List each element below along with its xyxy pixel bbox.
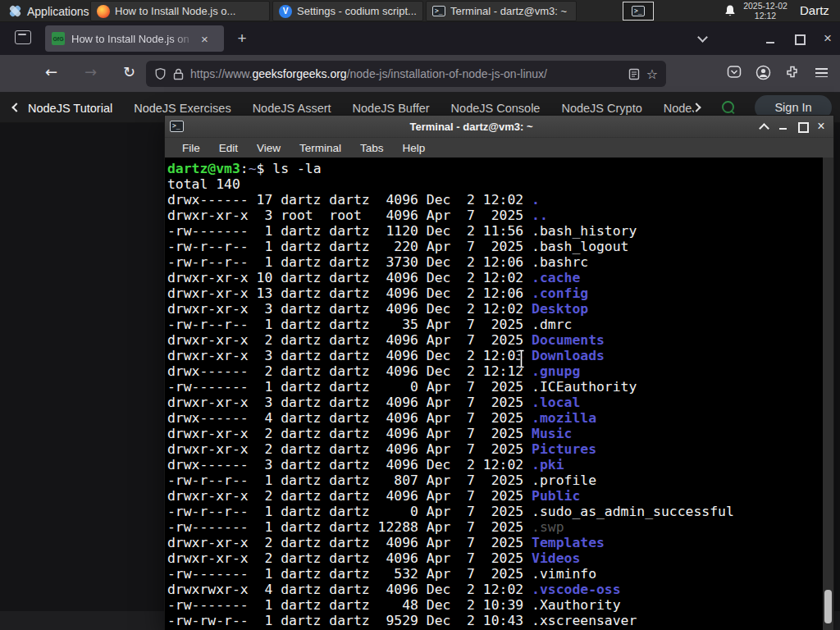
clock-date: 2025-12-02 — [742, 2, 788, 11]
top-panel: Applications How to Install Node.js o...… — [0, 0, 840, 22]
extensions-puzzle-icon[interactable] — [785, 65, 800, 83]
vscodium-icon: V — [279, 5, 292, 18]
terminal-listing: drwx------ 17 dartz dartz 4096 Dec 2 12:… — [167, 192, 833, 628]
url-bar[interactable]: https://www.geeksforgeeks.org/node-js/in… — [146, 61, 666, 87]
terminal-output-line: drwxr-xr-x 13 dartz dartz 4096 Dec 2 12:… — [167, 285, 833, 301]
terminal-output-line: -rw-r--r-- 1 dartz dartz 220 Apr 7 2025 … — [167, 239, 833, 254]
terminal-output-line: drwx------ 2 dartz dartz 4096 Dec 2 12:1… — [167, 363, 833, 379]
menu-edit[interactable]: Edit — [219, 142, 238, 154]
new-tab-button[interactable]: + — [232, 29, 252, 48]
terminal-title: Terminal - dartz@vm3: ~ — [184, 121, 759, 133]
reader-view-icon[interactable] — [628, 68, 640, 80]
terminal-minimize-button[interactable] — [778, 121, 789, 132]
bookmark-star-icon[interactable]: ☆ — [646, 66, 658, 82]
taskbar-label: How to Install Node.js o... — [115, 5, 235, 17]
terminal-output-line: -rw------- 1 dartz dartz 532 Apr 7 2025 … — [167, 566, 833, 582]
window-minimize-button[interactable] — [763, 32, 778, 45]
terminal-scrollbar-thumb[interactable] — [824, 590, 832, 623]
taskbar-label: Terminal - dartz@vm3: ~ — [450, 5, 567, 17]
terminal-output-line: drwxr-xr-x 3 dartz dartz 4096 Dec 2 12:0… — [167, 301, 833, 317]
clock-time: 12:12 — [742, 11, 788, 21]
tab-title: How to Install Node.js on — [71, 33, 194, 45]
terminal-output-line: drwxr-xr-x 3 dartz dartz 4096 Dec 2 12:0… — [167, 348, 833, 363]
nav-link-nodejs-exercises[interactable]: NodeJS Exercises — [134, 102, 231, 115]
terminal-maximize-button[interactable] — [797, 121, 808, 132]
lock-icon — [173, 68, 184, 80]
geeksforgeeks-favicon-icon: GfG — [52, 32, 65, 45]
terminal-titlebar[interactable]: >_ Terminal - dartz@vm3: ~ × — [165, 116, 833, 137]
xubuntu-logo-icon — [8, 6, 22, 16]
window-close-button[interactable]: × — [820, 32, 835, 45]
terminal-output-line: drwxrwxr-x 4 dartz dartz 4096 Dec 2 12:0… — [167, 582, 833, 597]
nav-link-nodejs-tutorial[interactable]: NodeJS Tutorial — [28, 102, 112, 115]
menu-tabs[interactable]: Tabs — [360, 142, 384, 154]
notification-bell-icon[interactable] — [724, 4, 737, 21]
taskbar-button-vscodium[interactable]: V Settings - codium script... — [272, 1, 423, 21]
menu-view[interactable]: View — [257, 142, 281, 154]
firefox-view-icon[interactable] — [15, 30, 31, 44]
window-maximize-button[interactable] — [792, 32, 807, 45]
menu-terminal[interactable]: Terminal — [299, 142, 341, 154]
ibeam-cursor — [517, 349, 526, 372]
terminal-icon: >_ — [632, 6, 645, 16]
terminal-output-line: -rw------- 1 dartz dartz 1120 Dec 2 11:5… — [167, 223, 833, 239]
terminal-output-line: -rw------- 1 dartz dartz 12288 Apr 7 202… — [167, 519, 833, 535]
url-text: https://www.geeksforgeeks.org/node-js/in… — [190, 67, 622, 80]
tab-close-icon[interactable]: × — [201, 33, 208, 45]
terminal-output-line: -rw-r--r-- 1 dartz dartz 3730 Dec 2 12:0… — [167, 254, 833, 270]
terminal-output-line: drwxr-xr-x 3 root root 4096 Apr 7 2025 .… — [167, 208, 833, 223]
back-icon[interactable]: ← — [45, 63, 57, 80]
terminal-total-line: total 140 — [167, 176, 833, 192]
terminal-output-line: drwx------ 17 dartz dartz 4096 Dec 2 12:… — [167, 192, 833, 208]
pocket-icon[interactable] — [727, 65, 742, 83]
taskbar-button-terminal[interactable]: >_ Terminal - dartz@vm3: ~ — [426, 1, 577, 21]
terminal-output-line: drwxr-xr-x 2 dartz dartz 4096 Apr 7 2025… — [167, 441, 833, 457]
nav-scroll-left-icon[interactable] — [11, 103, 21, 112]
taskbar-button-firefox[interactable]: How to Install Node.js o... — [90, 1, 270, 21]
nav-link-nodejs-dns[interactable]: NodeJS DNS — [664, 102, 694, 115]
terminal-output-line: drwxr-xr-x 2 dartz dartz 4096 Apr 7 2025… — [167, 535, 833, 550]
terminal-menubar: File Edit View Terminal Tabs Help — [165, 137, 833, 158]
applications-label: Applications — [27, 5, 89, 18]
terminal-output-line: -rw-r--r-- 1 dartz dartz 35 Apr 7 2025 .… — [167, 317, 833, 332]
terminal-output-line: -rw-rw-r-- 1 dartz dartz 9529 Dec 2 10:4… — [167, 613, 833, 628]
terminal-output-line: drwxr-xr-x 3 dartz dartz 4096 Apr 7 2025… — [167, 395, 833, 410]
menu-help[interactable]: Help — [403, 142, 426, 154]
terminal-output[interactable]: dartz@vm3:~$ ls -la total 140 drwx------… — [165, 158, 833, 630]
reload-icon[interactable]: ↻ — [123, 63, 135, 80]
terminal-scrollbar[interactable] — [823, 158, 833, 630]
forward-icon[interactable]: → — [84, 63, 97, 80]
tracking-shield-icon[interactable] — [154, 67, 167, 80]
terminal-output-line: -rw-r--r-- 1 dartz dartz 807 Apr 7 2025 … — [167, 472, 833, 488]
account-icon[interactable] — [756, 65, 771, 84]
terminal-output-line: -rw------- 1 dartz dartz 0 Apr 7 2025 .I… — [167, 379, 833, 395]
terminal-output-line: drwxr-xr-x 2 dartz dartz 4096 Apr 7 2025… — [167, 488, 833, 504]
browser-tab-active[interactable]: GfG How to Install Node.js on × — [45, 25, 224, 52]
nav-link-nodejs-assert[interactable]: NodeJS Assert — [253, 102, 331, 115]
terminal-output-line: drwx------ 3 dartz dartz 4096 Dec 2 12:0… — [167, 457, 833, 472]
nav-link-nodejs-console[interactable]: NodeJS Console — [451, 102, 541, 115]
terminal-icon: >_ — [170, 121, 184, 132]
terminal-output-line: drwxr-xr-x 10 dartz dartz 4096 Dec 2 12:… — [167, 270, 833, 285]
menu-file[interactable]: File — [182, 142, 200, 154]
terminal-window: >_ Terminal - dartz@vm3: ~ × File Edit V… — [164, 115, 834, 630]
app-menu-hamburger-icon[interactable] — [815, 68, 828, 77]
desktop: Applications How to Install Node.js o...… — [0, 0, 840, 630]
terminal-output-line: -rw------- 1 dartz dartz 48 Dec 2 10:39 … — [167, 597, 833, 613]
list-all-tabs-icon[interactable] — [697, 32, 708, 43]
nav-link-nodejs-crypto[interactable]: NodeJS Crypto — [561, 102, 641, 115]
panel-clock[interactable]: 2025-12-02 12:12 — [742, 2, 788, 21]
terminal-output-line: drwxr-xr-x 2 dartz dartz 4096 Apr 7 2025… — [167, 550, 833, 566]
terminal-prompt-line: dartz@vm3:~$ ls -la — [167, 161, 833, 176]
terminal-close-button[interactable]: × — [815, 121, 827, 132]
terminal-shade-button[interactable] — [759, 121, 770, 132]
search-icon[interactable] — [722, 101, 734, 113]
terminal-output-line: -rw-r--r-- 1 dartz dartz 0 Apr 7 2025 .s… — [167, 504, 833, 519]
tab-bar: GfG How to Install Node.js on × + × — [0, 22, 840, 55]
nav-link-nodejs-buffer[interactable]: NodeJS Buffer — [353, 102, 430, 115]
tray-terminal-icon[interactable]: >_ — [623, 2, 654, 21]
panel-user-label[interactable]: Dartz — [800, 3, 829, 17]
firefox-icon — [97, 5, 110, 18]
terminal-output-line: drwx------ 4 dartz dartz 4096 Apr 7 2025… — [167, 410, 833, 426]
terminal-icon: >_ — [432, 6, 445, 16]
